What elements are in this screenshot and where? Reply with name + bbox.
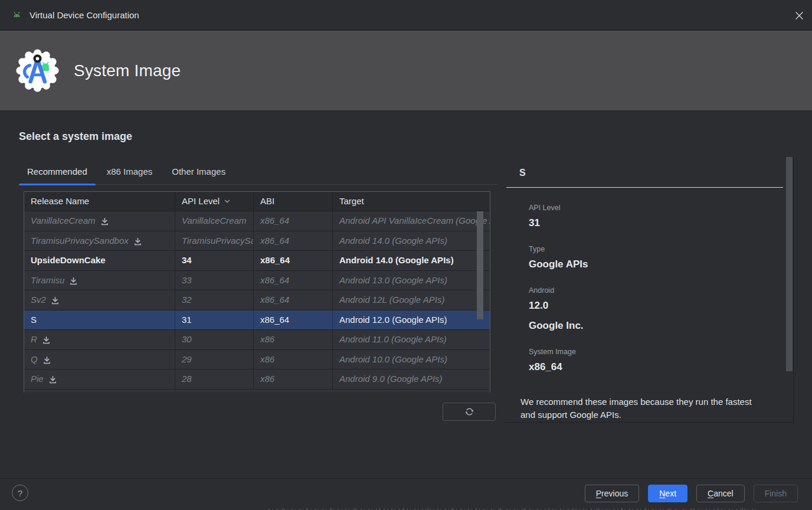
cell-text: TiramisuPrivacySandbox (31, 231, 129, 250)
download-icon[interactable] (42, 336, 51, 344)
target-cell: Android 11.0 (Google APIs) (333, 330, 490, 349)
cell-text: Q (31, 350, 38, 369)
release-name-cell: TiramisuPrivacySandbox (24, 231, 175, 251)
refresh-icon (464, 407, 474, 417)
help-label: ? (18, 488, 22, 498)
release-name-cell: Pie (24, 370, 175, 389)
help-icon[interactable]: ? (12, 485, 28, 501)
table-row-tiramisuprivacysandbox[interactable]: TiramisuPrivacySandboxTiramisuPrivacySan… (24, 231, 490, 251)
table-row-pie[interactable]: Pie28x86Android 9.0 (Google APIs) (24, 370, 490, 390)
previous-button[interactable]: Previous (585, 485, 639, 502)
table-row-tiramisu[interactable]: Tiramisu33x86_64Android 13.0 (Google API… (24, 271, 490, 291)
cell-text: x86_64 (260, 231, 289, 250)
column-abi[interactable]: ABI (254, 192, 333, 211)
cell-text: x86_64 (260, 271, 289, 290)
table-body: VanillaIceCreamVanillaIceCreamx86_64Andr… (24, 211, 490, 393)
api-level-cell: TiramisuPrivacySandbox (175, 231, 254, 251)
release-name-cell: VanillaIceCream (24, 211, 175, 231)
tab-x86-images[interactable]: x86 Images (99, 159, 161, 185)
target-cell: Android 13.0 (Google APIs) (333, 271, 490, 290)
cell-text: x86_64 (260, 251, 290, 270)
cell-text: Android 10.0 (Google APIs) (339, 350, 447, 369)
cancel-button[interactable]: Cancel (696, 485, 745, 502)
cell-text: R (31, 330, 37, 349)
cell-text: Android 12.0 (Google APIs) (339, 310, 447, 329)
column-target[interactable]: Target (333, 192, 490, 211)
field-value: x86_64 (529, 361, 793, 373)
cell-text: Pie (31, 370, 44, 388)
target-cell: Android 12L (Google APIs) (333, 290, 490, 310)
tab-label: Recommended (27, 166, 87, 176)
abi-cell: x86_64 (254, 310, 333, 330)
column-label: API Level (182, 192, 220, 211)
dialog-footer: ? PreviousNextCancelFinish (0, 478, 812, 510)
cell-text: 30 (182, 330, 192, 349)
table-row-sv2[interactable]: Sv232x86_64Android 12L (Google APIs) (24, 290, 490, 310)
field-value-secondary: Google Inc. (529, 320, 793, 332)
panel-scrollbar[interactable] (786, 157, 793, 371)
table-row-q[interactable]: Q29x86Android 10.0 (Google APIs) (24, 350, 490, 370)
tab-other-images[interactable]: Other Images (163, 159, 234, 185)
download-icon[interactable] (69, 277, 78, 285)
button-label: Finish (765, 489, 787, 498)
android-studio-logo-icon (15, 48, 60, 93)
api-level-cell: 32 (175, 290, 254, 310)
target-cell: Android 10.0 (Google APIs) (333, 350, 490, 370)
tab-recommended[interactable]: Recommended (19, 159, 96, 185)
tab-label: Other Images (172, 166, 225, 176)
column-label: Target (339, 192, 364, 211)
tab-label: x86 Images (107, 166, 153, 176)
cell-text: x86_64 (260, 211, 289, 230)
api-level-cell: 30 (175, 330, 254, 349)
details-panel: S API Level31TypeGoogle APIsAndroid12.0G… (505, 156, 794, 423)
field-value: Google APIs (529, 259, 793, 270)
column-release-name[interactable]: Release Name (24, 192, 175, 211)
cell-text: 29 (182, 350, 192, 369)
release-name-cell: UpsideDownCake (24, 251, 175, 270)
button-label: Previous (596, 489, 628, 498)
release-name-cell: Q (24, 350, 175, 370)
download-icon[interactable] (51, 296, 60, 305)
download-icon[interactable] (48, 375, 57, 384)
cell-text: 34 (182, 251, 192, 270)
column-api-level[interactable]: API Level (175, 192, 254, 211)
field-label: API Level (529, 204, 793, 212)
cell-text: 33 (182, 271, 192, 290)
cell-text: TiramisuPrivacySandbox (182, 231, 254, 250)
system-image-table: Release Name API Level ABI Target Vanill… (24, 191, 490, 393)
cell-text: VanillaIceCream (31, 211, 96, 230)
abi-cell: x86_64 (254, 271, 333, 290)
table-row-vanillaicecream[interactable]: VanillaIceCreamVanillaIceCreamx86_64Andr… (24, 211, 490, 231)
abi-cell: x86 (254, 330, 333, 349)
abi-cell: x86_64 (254, 211, 333, 231)
release-name-cell: S (24, 310, 175, 330)
cell-text: x86 (260, 370, 274, 388)
field-label: Android (529, 286, 793, 295)
table-scrollbar[interactable] (477, 211, 483, 319)
table-row-upsidedowncake[interactable]: UpsideDownCake34x86_64Android 14.0 (Goog… (24, 251, 490, 271)
cell-text: Sv2 (31, 290, 46, 309)
table-row-s[interactable]: S31x86_64Android 12.0 (Google APIs) (24, 310, 490, 331)
api-level-cell: 33 (175, 271, 254, 290)
chevron-down-icon (224, 198, 231, 205)
cell-text: Android 14.0 (Google APIs) (339, 231, 447, 250)
target-cell: Android 9.0 (Google APIs) (333, 370, 490, 389)
download-icon[interactable] (133, 237, 142, 246)
download-icon[interactable] (42, 356, 51, 364)
refresh-button[interactable] (443, 403, 496, 421)
api-level-cell: 31 (175, 310, 254, 330)
close-icon[interactable] (793, 9, 805, 21)
cell-text: VanillaIceCream (182, 211, 247, 230)
recommendation-note: We recommend these images because they r… (520, 395, 753, 421)
table-row-r[interactable]: R30x86Android 11.0 (Google APIs) (24, 330, 490, 350)
wizard-header: System Image (0, 31, 812, 111)
cell-text: x86_64 (260, 290, 289, 309)
column-label: ABI (260, 192, 274, 211)
titlebar: Virtual Device Configuration (0, 0, 812, 30)
cell-text: x86 (260, 330, 274, 349)
column-label: Release Name (31, 192, 89, 211)
download-icon[interactable] (100, 217, 109, 225)
next-button[interactable]: Next (648, 485, 687, 502)
button-label: Cancel (708, 489, 734, 498)
api-level-cell: 34 (175, 251, 254, 270)
